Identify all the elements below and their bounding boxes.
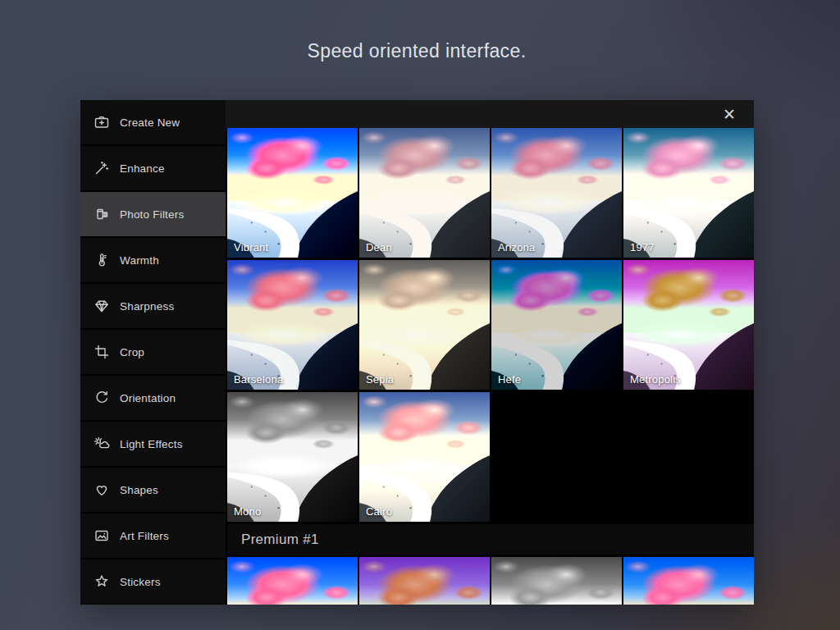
browser-topbar: ✕ (226, 100, 754, 128)
sidebar-item-crop[interactable]: Crop (80, 330, 226, 374)
filter-grid: Vibrant Dean Arizona 1977 Barselona Se (227, 128, 754, 605)
filter-label: Hefe (498, 373, 521, 386)
sidebar-item-label: Stickers (120, 576, 161, 588)
premium-pack-header: Premium #1 (227, 524, 754, 555)
filter-preview-image (491, 128, 622, 258)
sidebar-item-enhance[interactable]: Enhance (80, 146, 226, 190)
filter-label: Sepia (366, 373, 394, 386)
filter-preview-image (623, 260, 754, 390)
close-icon: ✕ (723, 107, 736, 122)
filter-thumb-premium-4[interactable] (623, 557, 754, 605)
heart-icon (93, 482, 110, 498)
filter-thumb-vibrant[interactable]: Vibrant (227, 128, 358, 258)
star-icon (93, 573, 110, 590)
sidebar-item-sharpness[interactable]: Sharpness (80, 284, 226, 328)
thermometer-icon (93, 252, 110, 268)
filter-preview-image (227, 260, 358, 390)
filter-preview-image (623, 557, 754, 605)
page-title: Speed oriented interface. (0, 40, 833, 62)
filter-preview-image (491, 260, 622, 390)
sidebar-item-stickers[interactable]: Stickers (80, 559, 226, 604)
filter-label: Vibrant (234, 241, 268, 253)
filter-preview-image (227, 128, 358, 258)
rotate-icon (93, 390, 110, 406)
filter-label: Mono (234, 505, 261, 518)
sidebar-item-label: Crop (120, 346, 144, 358)
sidebar-item-shapes[interactable]: Shapes (80, 468, 226, 512)
crop-icon (93, 344, 110, 360)
sidebar-item-label: Sharpness (120, 300, 174, 313)
filter-preview-image (227, 557, 358, 605)
filter-thumb-sepia[interactable]: Sepia (359, 260, 490, 390)
sidebar-item-label: Photo Filters (120, 208, 184, 221)
sidebar-item-label: Shapes (120, 484, 158, 496)
filter-thumb-arizona[interactable]: Arizona (491, 128, 622, 258)
filter-thumb-premium-1[interactable] (227, 557, 358, 605)
filter-preview-image (359, 392, 490, 522)
filter-label: Cairo (366, 505, 392, 518)
filter-thumb-1977[interactable]: 1977 (623, 128, 754, 258)
sidebar-item-photo-filters[interactable]: Photo Filters (80, 192, 226, 236)
premium-pack-title: Premium #1 (241, 532, 319, 548)
filter-thumb-cairo[interactable]: Cairo (359, 392, 490, 522)
sidebar-item-create-new[interactable]: Create New (80, 100, 226, 144)
filter-label: Arizona (498, 241, 535, 253)
filter-thumb-hefe[interactable]: Hefe (491, 260, 622, 390)
sidebar-item-light-effects[interactable]: Light Effects (80, 422, 226, 466)
filter-preview-image (359, 260, 490, 390)
sidebar-item-art-filters[interactable]: Art Filters (80, 514, 226, 558)
filter-thumb-dean[interactable]: Dean (359, 128, 490, 258)
filter-preview-image (623, 128, 754, 258)
sidebar-item-orientation[interactable]: Orientation (80, 376, 226, 420)
filter-thumb-metropolis[interactable]: Metropolis (623, 260, 754, 390)
filter-preview-image (491, 557, 622, 605)
editor-panel: Create New Enhance Photo Filters Warmth … (80, 100, 754, 605)
diamond-icon (93, 298, 110, 314)
filter-preview-image (227, 392, 358, 522)
picture-icon (93, 527, 110, 544)
filter-label: Metropolis (630, 373, 681, 386)
sidebar-item-label: Enhance (120, 162, 165, 175)
filter-thumb-barselona[interactable]: Barselona (227, 260, 358, 390)
filter-thumb-premium-3[interactable] (491, 557, 622, 605)
filter-label: Barselona (234, 373, 283, 386)
filter-preview-image (359, 128, 490, 258)
sidebar-item-label: Light Effects (120, 438, 183, 450)
film-roll-icon (93, 206, 110, 222)
filter-thumb-premium-2[interactable] (359, 557, 490, 605)
filters-browser: ✕ Vibrant Dean Arizona 1977 (226, 100, 754, 605)
filter-label: Dean (366, 241, 392, 253)
magic-wand-icon (93, 160, 110, 176)
sun-cloud-icon (93, 436, 110, 452)
sidebar: Create New Enhance Photo Filters Warmth … (80, 100, 226, 605)
filter-thumb-mono[interactable]: Mono (227, 392, 358, 522)
empty-grid-cell (623, 392, 754, 522)
camera-plus-icon (93, 114, 110, 130)
close-button[interactable]: ✕ (718, 100, 741, 128)
sidebar-item-label: Warmth (120, 254, 159, 267)
sidebar-item-label: Orientation (120, 392, 176, 404)
filter-label: 1977 (630, 241, 655, 253)
sidebar-item-warmth[interactable]: Warmth (80, 238, 226, 282)
filter-preview-image (359, 557, 490, 605)
sidebar-item-label: Create New (120, 116, 180, 129)
sidebar-item-label: Art Filters (120, 530, 169, 542)
empty-grid-cell (491, 392, 622, 522)
